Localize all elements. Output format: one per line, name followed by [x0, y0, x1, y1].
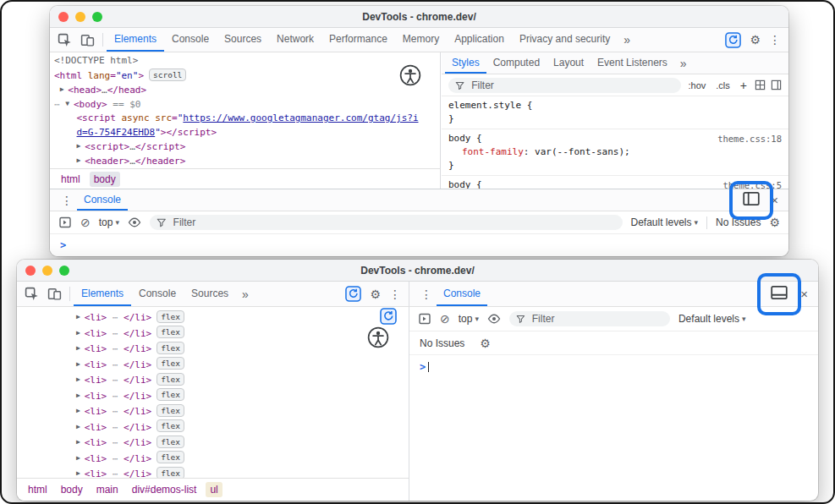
- drawer-kebab-menu-icon[interactable]: ⋮: [57, 189, 77, 211]
- rule-element-style[interactable]: element.style {: [442, 99, 788, 112]
- minimize-window-button[interactable]: [75, 12, 85, 22]
- accessibility-icon[interactable]: [399, 64, 421, 90]
- tab-sources[interactable]: Sources: [217, 28, 269, 52]
- inspect-element-icon[interactable]: [20, 282, 43, 306]
- new-style-rule-button[interactable]: +: [738, 79, 750, 92]
- accessibility-icon[interactable]: [367, 326, 389, 352]
- dock-to-bottom-icon[interactable]: [770, 284, 788, 304]
- zoom-window-button[interactable]: [59, 266, 69, 276]
- tab-application[interactable]: Application: [447, 28, 512, 52]
- computed-panel-icon[interactable]: [771, 79, 782, 90]
- breadcrumb-html[interactable]: html: [57, 172, 85, 187]
- li-tree-row[interactable]: ▶ <li> ⋯ </li>flex: [17, 326, 409, 342]
- tab-performance[interactable]: Performance: [321, 28, 395, 52]
- li-tree-row[interactable]: ▶ <li> ⋯ </li>flex: [17, 451, 409, 467]
- console-settings-icon[interactable]: ⚙: [769, 216, 780, 229]
- breadcrumb-body[interactable]: body: [57, 482, 87, 497]
- css-declaration[interactable]: font-family: var(--font-sans);: [442, 145, 788, 159]
- window-titlebar[interactable]: DevTools - chrome.dev/: [17, 260, 818, 282]
- device-toolbar-icon[interactable]: [76, 28, 99, 52]
- settings-gear-icon[interactable]: ⚙: [745, 28, 765, 52]
- dom-tree-row[interactable]: <html lang="en">scroll: [50, 68, 440, 84]
- tab-console[interactable]: Console: [131, 282, 184, 306]
- breadcrumb-main[interactable]: main: [92, 482, 123, 497]
- tab-console[interactable]: Console: [164, 28, 217, 52]
- eye-icon[interactable]: [487, 312, 501, 326]
- context-selector[interactable]: top▾: [459, 313, 479, 325]
- li-tree-row[interactable]: ▶ <li> ⋯ </li>flex: [17, 435, 409, 451]
- console-settings-icon[interactable]: ⚙: [480, 337, 491, 350]
- context-selector[interactable]: top▾: [99, 216, 119, 228]
- sync-overlay-icon[interactable]: [380, 308, 397, 328]
- close-window-button[interactable]: [58, 12, 69, 22]
- device-toolbar-icon[interactable]: [43, 282, 66, 306]
- dom-tree-row[interactable]: <script async src="https://www.googletag…: [50, 112, 440, 126]
- dom-tree-row[interactable]: d=G-754F24EHD8"></script>: [50, 126, 440, 140]
- clear-console-icon[interactable]: ⊘: [440, 312, 450, 326]
- console-filter-input[interactable]: [530, 312, 663, 326]
- tab-privacy-security[interactable]: Privacy and security: [512, 28, 618, 52]
- console-kebab-menu-icon[interactable]: ⋮: [416, 282, 437, 306]
- sync-icon[interactable]: [721, 28, 745, 52]
- clear-console-icon[interactable]: ⊘: [80, 216, 91, 229]
- breadcrumb-div-demos-list[interactable]: div#demos-list: [128, 482, 201, 497]
- toggle-class-button[interactable]: .cls: [713, 80, 733, 90]
- drawer-tab-console[interactable]: Console: [77, 189, 128, 211]
- li-tree-row[interactable]: ▶ <li> ⋯ </li>flex: [17, 310, 409, 326]
- li-tree-row[interactable]: ▶ <li> ⋯ </li>flex: [17, 403, 409, 419]
- tab-network[interactable]: Network: [269, 28, 321, 52]
- tab-memory[interactable]: Memory: [395, 28, 447, 52]
- tab-sources[interactable]: Sources: [184, 282, 236, 306]
- console-prompt-area[interactable]: >: [50, 234, 788, 256]
- tab-styles[interactable]: Styles: [445, 52, 486, 74]
- li-tree-row[interactable]: ▶ <li> ⋯ </li>flex: [17, 466, 409, 478]
- issues-counter[interactable]: No Issues: [420, 337, 464, 349]
- console-prompt-chevron: >: [420, 361, 426, 373]
- inspect-element-icon[interactable]: [53, 28, 76, 52]
- more-tabs-icon[interactable]: »: [236, 282, 255, 306]
- dom-tree-row-selected[interactable]: ⋯ ▼ <body> == $0: [50, 97, 440, 112]
- stylesheet-link[interactable]: theme.css:18: [717, 132, 782, 145]
- li-tree-row[interactable]: ▶ <li> ⋯ </li>flex: [17, 357, 409, 373]
- more-sidebar-tabs-icon[interactable]: »: [674, 52, 693, 74]
- dom-tree-row[interactable]: ▶ <head>…</head>: [50, 83, 440, 97]
- levels-selector[interactable]: Default levels▾: [678, 313, 746, 325]
- console-filter-input[interactable]: [172, 216, 616, 229]
- dom-tree-row[interactable]: <!DOCTYPE html>: [50, 54, 440, 68]
- toggle-hover-state-button[interactable]: :hov: [686, 80, 709, 90]
- zoom-window-button[interactable]: [92, 12, 102, 22]
- kebab-menu-icon[interactable]: ⋮: [765, 28, 785, 52]
- kebab-menu-icon[interactable]: ⋮: [385, 282, 405, 306]
- console-prompt-area[interactable]: >: [409, 355, 818, 378]
- li-tree-row[interactable]: ▶ <li> ⋯ </li>flex: [17, 388, 409, 404]
- sync-icon[interactable]: [341, 282, 365, 306]
- li-tree-row[interactable]: ▶ <li> ⋯ </li>flex: [17, 341, 409, 357]
- rule-body-theme18[interactable]: body { theme.css:18: [442, 132, 788, 145]
- tab-elements[interactable]: Elements: [74, 282, 131, 306]
- levels-selector[interactable]: Default levels▾: [631, 216, 699, 228]
- console-panel-tab[interactable]: Console: [437, 282, 487, 306]
- console-sidebar-icon[interactable]: [58, 216, 72, 229]
- close-window-button[interactable]: [25, 266, 36, 276]
- styles-filter-input[interactable]: [470, 79, 673, 92]
- li-tree-row[interactable]: ▶ <li> ⋯ </li>flex: [17, 419, 409, 436]
- dom-tree-row[interactable]: ▶ <header>…</header>: [50, 154, 440, 168]
- li-tree-row[interactable]: ▶ <li> ⋯ </li>flex: [17, 372, 409, 388]
- minimize-window-button[interactable]: [42, 266, 52, 276]
- grid-overlay-icon[interactable]: [755, 79, 766, 90]
- tab-layout[interactable]: Layout: [547, 52, 591, 74]
- breadcrumb-html[interactable]: html: [24, 482, 52, 497]
- window-titlebar[interactable]: DevTools - chrome.dev/: [50, 6, 788, 28]
- tab-event-listeners[interactable]: Event Listeners: [591, 52, 674, 74]
- tab-computed[interactable]: Computed: [486, 52, 547, 74]
- eye-icon[interactable]: [128, 216, 141, 229]
- console-filter-pill: [509, 311, 670, 326]
- console-sidebar-icon[interactable]: [418, 312, 431, 326]
- breadcrumb-body[interactable]: body: [90, 172, 120, 187]
- breadcrumb-ul[interactable]: ul: [206, 482, 222, 497]
- more-tabs-icon[interactable]: »: [618, 28, 636, 52]
- tab-elements[interactable]: Elements: [107, 28, 164, 52]
- dom-tree-row[interactable]: ▶ <script>…</script>: [50, 140, 440, 154]
- dock-to-right-icon[interactable]: [742, 190, 761, 211]
- settings-gear-icon[interactable]: ⚙: [365, 282, 385, 306]
